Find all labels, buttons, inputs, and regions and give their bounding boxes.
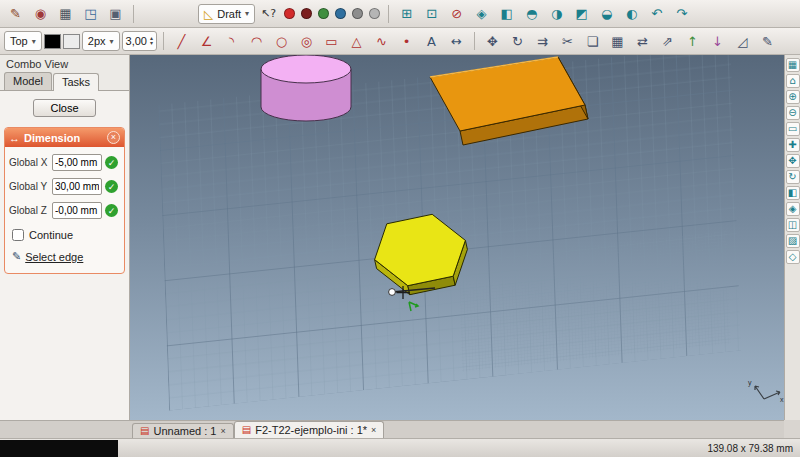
draft-grid-toggle-icon[interactable]: ▦ <box>54 3 77 25</box>
dimension-field-row: Global Y ✓ <box>9 178 120 195</box>
line-color-swatch[interactable] <box>44 34 61 49</box>
view-isometric-icon[interactable]: ◈ <box>470 3 493 25</box>
continue-checkbox[interactable] <box>12 229 24 241</box>
view-fit-all-icon[interactable]: ⊞ <box>395 3 418 25</box>
toolbar-separator <box>388 5 389 23</box>
view-front-icon[interactable]: ◧ <box>495 3 518 25</box>
draft-text-icon[interactable]: A <box>420 30 443 52</box>
texture-view-icon[interactable]: ▨ <box>786 234 800 248</box>
draft-move-icon[interactable]: ✥ <box>481 30 504 52</box>
document-tabbar: ▤ Unnamed : 1 × ▤ F2-T22-ejemplo-ini : 1… <box>0 420 784 438</box>
line-width-selector[interactable]: 2px ▾ <box>82 31 120 51</box>
draft-upgrade-icon[interactable]: ↑ <box>681 30 704 52</box>
view-rotate-icon[interactable]: ↻ <box>786 170 800 184</box>
combo-view-tab[interactable]: Tasks <box>53 73 99 91</box>
draft-fillet-icon[interactable]: ◝ <box>220 30 243 52</box>
draft-arc-icon[interactable]: ◠ <box>245 30 268 52</box>
dimension-task-panel: ↔ Dimension × Global X ✓ Global Y ✓ Glob… <box>4 127 125 274</box>
draft-line-icon[interactable]: ╱ <box>170 30 193 52</box>
3d-viewport[interactable]: x y <box>130 55 784 420</box>
dimension-task-title: Dimension <box>24 132 80 144</box>
zoom-out-icon[interactable]: ⊖ <box>786 106 800 120</box>
valid-check-icon: ✓ <box>105 204 118 217</box>
view-zoom-selection-icon[interactable]: ⊡ <box>420 3 443 25</box>
spin-down-icon: ▾ <box>150 41 153 46</box>
tasks-tab-page: Close ↔ Dimension × Global X ✓ Global Y <box>0 90 129 420</box>
macro-pause-icon[interactable] <box>301 8 312 19</box>
draft-offset-icon[interactable]: ⇉ <box>531 30 554 52</box>
view-left-icon[interactable]: ◐ <box>620 3 643 25</box>
cylinder-object[interactable] <box>261 55 351 121</box>
working-plane-selector[interactable]: Top ▾ <box>4 31 42 51</box>
whatsthis-icon[interactable]: ↖? <box>257 3 280 25</box>
draft-edit-icon[interactable]: ✎ <box>4 3 27 25</box>
workbench-selector[interactable]: ◺ Draft ▾ <box>198 4 255 24</box>
combo-view-panel: Combo View ModelTasks Close ↔ Dimension … <box>0 55 130 420</box>
3d-scene[interactable]: x y <box>130 55 784 420</box>
draft-ellipse-icon[interactable]: ◎ <box>295 30 318 52</box>
view-right-icon[interactable]: ◑ <box>545 3 568 25</box>
combo-view-tab[interactable]: Model <box>4 72 52 90</box>
view-top-icon[interactable]: ◓ <box>520 3 543 25</box>
view-front-side-icon[interactable]: ◧ <box>786 186 800 200</box>
dimension-task-header: ↔ Dimension × <box>5 128 124 147</box>
draft-autogroup-icon[interactable]: ▣ <box>104 3 127 25</box>
draft-downgrade-icon[interactable]: ↓ <box>706 30 729 52</box>
draft-clone-icon[interactable]: ❏ <box>581 30 604 52</box>
view-home-icon[interactable]: ⌂ <box>786 74 800 88</box>
select-edge-label: Select edge <box>25 251 83 263</box>
select-edge-button[interactable]: ✎ Select edge <box>12 250 117 263</box>
draft-working-plane-icon[interactable]: ◳ <box>79 3 102 25</box>
close-task-button[interactable]: Close <box>33 99 95 117</box>
tab-close-icon[interactable]: × <box>371 425 376 435</box>
face-color-swatch[interactable] <box>63 34 80 49</box>
draw-style-icon[interactable]: ⊘ <box>445 3 468 25</box>
draft-snap-toggle-icon[interactable]: ◉ <box>29 3 52 25</box>
document-tab[interactable]: ▤ Unnamed : 1 × <box>132 423 234 438</box>
coordinate-input[interactable] <box>52 178 102 195</box>
draft-scale-icon[interactable]: ◿ <box>731 30 754 52</box>
clip-plane-icon[interactable]: ◫ <box>786 218 800 232</box>
text-size-spinbox[interactable]: 3,00 ▴▾ <box>122 31 157 51</box>
zoom-box-icon[interactable]: ▭ <box>786 122 800 136</box>
draft-subelement-edit-icon[interactable]: ✎ <box>756 30 779 52</box>
document-tab-label: Unnamed : 1 <box>153 425 216 437</box>
view-rotate-right-icon[interactable]: ↷ <box>670 3 693 25</box>
draft-circle-icon[interactable]: ○ <box>270 30 293 52</box>
close-icon[interactable]: × <box>107 131 120 144</box>
draft-rotate-icon[interactable]: ↻ <box>506 30 529 52</box>
document-tab[interactable]: ▤ F2-T22-ejemplo-ini : 1* × <box>234 421 385 438</box>
draft-bspline-icon[interactable]: ∿ <box>370 30 393 52</box>
perspective-toggle-icon[interactable]: ◇ <box>786 250 800 264</box>
view-rotate-left-icon[interactable]: ↶ <box>645 3 668 25</box>
macro-stop-icon[interactable] <box>318 8 329 19</box>
line-width-value: 2px <box>88 35 106 47</box>
draft-array-icon[interactable]: ▦ <box>606 30 629 52</box>
macro-debug-icon[interactable] <box>352 8 363 19</box>
chevron-down-icon: ▾ <box>32 37 36 46</box>
nav-cube-icon[interactable]: ▦ <box>786 58 800 72</box>
zoom-in-icon[interactable]: ⊕ <box>786 90 800 104</box>
macro-run-icon[interactable] <box>335 8 346 19</box>
view-pan-icon[interactable]: ✥ <box>786 154 800 168</box>
draft-rectangle-icon[interactable]: ▭ <box>320 30 343 52</box>
view-bottom-icon[interactable]: ◒ <box>595 3 618 25</box>
draft-polyline-icon[interactable]: ∠ <box>195 30 218 52</box>
draft-mirror-icon[interactable]: ⇄ <box>631 30 654 52</box>
coordinate-input[interactable] <box>52 202 102 219</box>
dimension-icon: ↔ <box>9 132 20 144</box>
text-size-value: 3,00 <box>126 35 147 47</box>
macro-edit-icon[interactable] <box>369 8 380 19</box>
coordinate-input[interactable] <box>52 154 102 171</box>
draft-polygon-icon[interactable]: △ <box>345 30 368 52</box>
draft-dimension-icon[interactable]: ↔ <box>445 30 468 52</box>
macro-record-icon[interactable] <box>284 8 295 19</box>
draft-point-icon[interactable]: • <box>395 30 418 52</box>
tab-close-icon[interactable]: × <box>220 426 225 436</box>
view-axonometric-icon[interactable]: ◈ <box>786 202 800 216</box>
view-fit-icon[interactable]: ✚ <box>786 138 800 152</box>
draft-trimex-icon[interactable]: ✂ <box>556 30 579 52</box>
continue-row: Continue <box>12 229 117 241</box>
view-rear-icon[interactable]: ◩ <box>570 3 593 25</box>
draft-stretch-icon[interactable]: ⇗ <box>656 30 679 52</box>
